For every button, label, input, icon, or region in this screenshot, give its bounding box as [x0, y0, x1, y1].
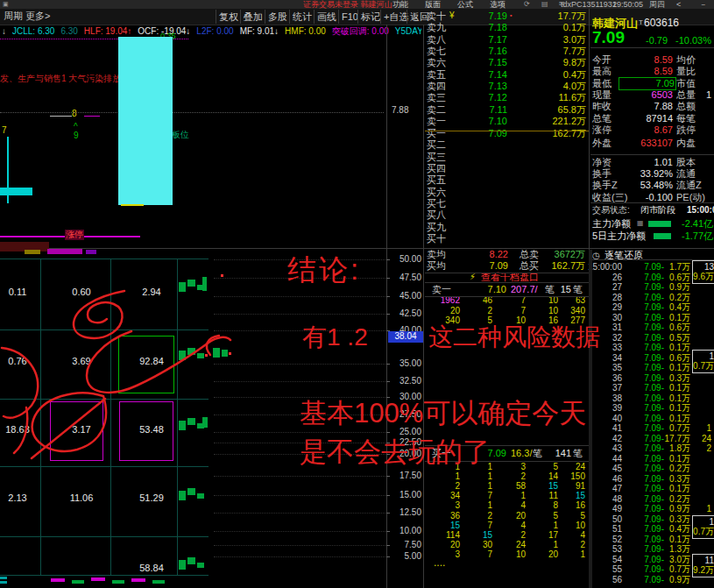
divider-horizontal-main	[0, 248, 714, 249]
tick-volume-16: 0.7万	[664, 423, 690, 434]
bid-row-4[interactable]: 买四	[425, 163, 589, 174]
stat-value-6: 8.67	[619, 124, 673, 136]
center-divider-2	[425, 296, 589, 297]
axis-tick-dash-1	[386, 278, 390, 279]
bid-row-1[interactable]: 买一7.09162.7万	[425, 128, 589, 139]
toolbar-button-1[interactable]: 复权	[216, 10, 241, 24]
tick-price-10: 7.09-	[626, 363, 664, 373]
ask-row-1[interactable]: 卖十¥7.19▪17.7万	[425, 11, 589, 22]
tick-volume-3: 0.2万	[664, 293, 690, 303]
save-icon[interactable]: ▤	[541, 0, 548, 8]
stat-label-2: 最低	[592, 78, 611, 89]
back-control[interactable]: <	[676, 0, 681, 9]
axis-tick-label-13: 15.00	[388, 490, 421, 500]
ask-price: 7.17	[469, 34, 507, 46]
mail-icon[interactable]: ✉	[559, 0, 565, 8]
axis-tick-dash-16	[386, 545, 390, 546]
title-menu-2[interactable]: 公式	[457, 0, 473, 9]
toolbar-button-4[interactable]: 统计	[289, 10, 315, 24]
toolbar-button-3[interactable]: 多股	[265, 10, 290, 24]
toolbar-button-2[interactable]: 叠加	[240, 10, 265, 24]
axis-tick-dash-17	[386, 556, 390, 557]
stat-rlabel-7: 内盘	[676, 138, 714, 149]
bid-matrix-cell-7-4: 4	[546, 530, 585, 541]
bid-row-3[interactable]: 买三	[425, 152, 589, 163]
annotation-scribbles	[0, 250, 263, 588]
tick-tooltip-line2: 9.6万	[693, 272, 714, 282]
bid-ask-separator	[425, 131, 589, 131]
bid-row-9[interactable]: 买九	[425, 222, 589, 233]
indicator-item-8: 突破回调: 0.00	[332, 26, 389, 37]
sell-total-value: 3672万	[540, 249, 585, 260]
ask-row-10[interactable]: 卖一7.10221.2万	[425, 116, 589, 127]
ask-volume: 0.1万	[516, 22, 586, 33]
tick-price-19: 7.09-	[626, 454, 664, 464]
ask-row-4[interactable]: 卖七7.167.7万	[425, 46, 589, 57]
tick-price-26: 7.09-	[626, 524, 664, 535]
ask-price: 7.13	[469, 81, 507, 92]
bid-row-6[interactable]: 买六	[425, 187, 589, 198]
bid-matrix-cell-4-4: 16	[546, 500, 585, 511]
minimize-control[interactable]: －	[699, 0, 707, 9]
ask-row-7[interactable]: 卖四7.134.0万	[425, 81, 589, 92]
bid-row-8[interactable]: 买八	[425, 209, 589, 221]
bid-row-7[interactable]: 买七	[425, 198, 589, 209]
stat-label-6: 涨停	[592, 124, 611, 136]
stat-label-9: 换手	[592, 168, 611, 180]
ask-row-8[interactable]: 卖三7.1211.6万	[425, 92, 589, 103]
period-menu[interactable]: 周期 更多>	[4, 11, 50, 22]
ask-label: 卖三	[427, 92, 446, 103]
bid-label: 买五	[427, 174, 446, 186]
tick-volume-6: 0.6万	[664, 322, 690, 333]
dotted-line-gray	[0, 112, 384, 113]
ask-label: 卖八	[427, 34, 446, 46]
tick-tooltip-line2: 9.2万	[693, 565, 714, 576]
ask-row-3[interactable]: 卖八7.173.0万	[425, 34, 589, 46]
tick-volume-28: 1.3万	[664, 544, 690, 555]
status-time: 15:00:0	[687, 205, 714, 216]
tick-tooltip-line2: 0.7万	[693, 527, 714, 537]
buy-total-label: 总买	[520, 260, 539, 272]
sell-avg-label: 卖均	[427, 249, 446, 260]
indicator-item-9: Y5DAY:(◇ ▣	[395, 26, 421, 37]
tick-count-17: 24	[692, 434, 711, 444]
stat-value-0: 8.59	[619, 54, 673, 66]
bid-row-10[interactable]: 买十	[425, 233, 589, 244]
ask-volume: 9.8万	[516, 57, 586, 68]
stat-value-8: 1.01	[619, 157, 673, 168]
bid-row-5[interactable]: 买五	[425, 174, 589, 186]
ask-row-2[interactable]: 卖九7.180.1万	[425, 22, 589, 33]
tick-price-9: 7.09-	[626, 353, 664, 364]
bid-price: 7.09	[469, 128, 507, 139]
title-menu-0[interactable]: 功能	[392, 0, 408, 9]
toolbar-button-5[interactable]: 画线	[314, 10, 339, 24]
stat-label-0: 今开	[592, 54, 611, 66]
buy-total-value: 162.7万	[540, 260, 585, 272]
ask-price: 7.10	[469, 116, 507, 127]
ask-row-9[interactable]: 卖二7.1165.8万	[425, 104, 589, 116]
ask-volume: 17.7万	[516, 11, 586, 22]
title-menu-3[interactable]: 选项	[490, 0, 505, 9]
axis-tick-dash-3	[386, 314, 390, 315]
toolbar-button-7[interactable]: 标记	[357, 10, 383, 24]
refresh-icon[interactable]: ⟳	[524, 0, 530, 8]
stat-label-8: 净资	[592, 157, 611, 168]
price-badge: 38.04	[388, 331, 423, 343]
stat-rlabel-4: 总额	[676, 101, 714, 112]
ask-row-6[interactable]: 卖五7.140.4万	[425, 69, 589, 81]
board-label: 板位	[172, 130, 189, 140]
cyan-indicator-bar	[118, 37, 173, 205]
tick-price-22: 7.09-	[626, 484, 664, 494]
ask1-detail-price: 7.10	[473, 284, 506, 295]
axis-tick-label-3: 42.50	[388, 308, 421, 319]
stat-value-4: 7.88	[619, 101, 673, 112]
title-menu-1[interactable]: 版面	[425, 0, 441, 9]
tick-tooltip-line1: 1	[693, 517, 714, 528]
axis-tick-dash-14	[386, 513, 390, 514]
ask-row-5[interactable]: 卖六7.159.8万	[425, 57, 589, 68]
ask-volume: 11.6万	[516, 92, 586, 103]
bid-row-2[interactable]: 买二	[425, 139, 589, 151]
stock-flag: T	[639, 18, 643, 26]
buy-avg-value: 7.09	[473, 260, 508, 272]
bid-matrix-cell-2-4: 91	[546, 481, 585, 492]
